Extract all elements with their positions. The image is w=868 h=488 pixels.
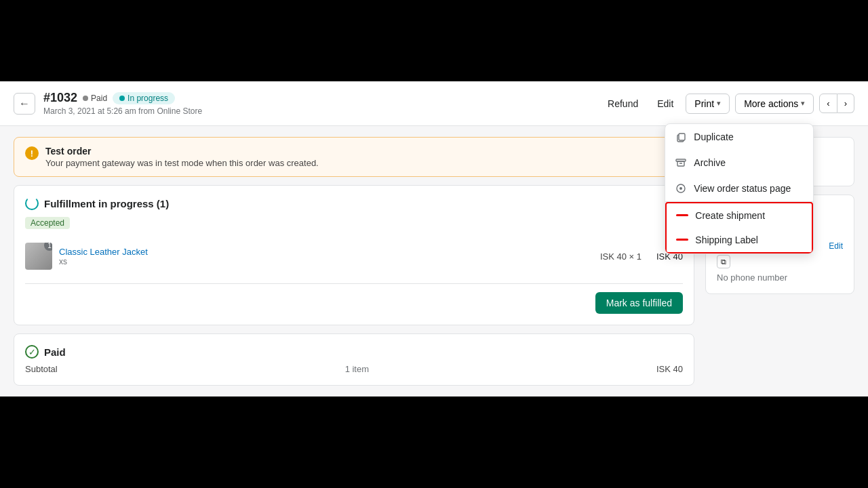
nav-arrows: ‹ › — [819, 94, 854, 113]
create-shipment-icon — [676, 214, 688, 216]
more-actions-chevron-icon: ▾ — [801, 99, 805, 108]
product-price: ISK 40 × 1 — [600, 251, 642, 262]
mark-as-fulfilled-button[interactable]: Mark as fulfilled — [595, 292, 683, 314]
view-order-status-menu-item[interactable]: View order status page — [665, 176, 813, 201]
print-label: Print — [694, 98, 714, 109]
contact-edit-button[interactable]: Edit — [829, 241, 843, 251]
create-shipment-menu-item[interactable]: Create shipment — [667, 203, 812, 228]
refund-button[interactable]: Refund — [601, 94, 645, 113]
alert-icon: ! — [25, 146, 39, 160]
more-actions-button[interactable]: More actions ▾ — [735, 94, 814, 114]
product-row: 1 Classic Leather Jacket xs ISK 40 × 1 I… — [25, 237, 683, 275]
view-order-status-icon — [675, 182, 687, 195]
more-actions-label: More actions — [744, 98, 798, 109]
next-order-button[interactable]: › — [837, 94, 854, 113]
fulfillment-card: Fulfillment in progress (1) Accepted 1 C… — [14, 185, 694, 325]
paid-card-header: ✓ Paid — [25, 345, 683, 359]
product-name[interactable]: Classic Leather Jacket — [59, 247, 593, 257]
paid-card: ✓ Paid Subtotal 1 item ISK 40 — [14, 333, 694, 386]
archive-icon — [675, 157, 687, 169]
archive-label: Archive — [694, 157, 726, 168]
main-column: ! Test order Your payment gateway was in… — [14, 137, 694, 386]
paid-check-icon: ✓ — [25, 345, 39, 359]
contact-icons: ⧉ — [717, 255, 843, 268]
fulfillment-title: Fulfillment in progress (1) — [44, 198, 169, 209]
create-shipment-label: Create shipment — [695, 210, 765, 221]
subtotal-amount: ISK 40 — [656, 364, 683, 374]
order-title-group: #1032 Paid In progress March 3, 2021 at … — [43, 91, 202, 116]
paid-dot — [83, 96, 88, 101]
test-order-alert: ! Test order Your payment gateway was in… — [14, 137, 694, 177]
duplicate-icon — [675, 131, 687, 143]
svg-point-6 — [679, 187, 682, 190]
paid-label: Paid — [91, 94, 107, 103]
paid-badge: Paid — [83, 94, 107, 103]
more-actions-container: More actions ▾ Duplicate — [735, 94, 814, 114]
accepted-badge: Accepted — [25, 217, 70, 229]
product-variant: xs — [59, 257, 593, 266]
svg-rect-1 — [679, 134, 685, 140]
alert-content: Test order Your payment gateway was in t… — [45, 146, 319, 168]
no-phone-label: No phone number — [717, 272, 843, 283]
print-button[interactable]: Print ▾ — [686, 94, 730, 114]
back-button[interactable]: ← — [14, 93, 35, 115]
subtotal-items: 1 item — [345, 364, 369, 374]
print-chevron-icon: ▾ — [717, 99, 721, 108]
alert-title: Test order — [45, 146, 319, 157]
in-progress-badge: In progress — [113, 92, 175, 104]
fulfillment-card-header: Fulfillment in progress (1) — [25, 197, 683, 210]
product-image: 1 — [25, 243, 52, 270]
order-number: #1032 — [43, 91, 77, 105]
order-date: March 3, 2021 at 5:26 am from Online Sto… — [43, 106, 202, 116]
shipping-label-label: Shipping Label — [695, 235, 758, 245]
paid-title: Paid — [44, 346, 66, 358]
archive-menu-item[interactable]: Archive — [665, 150, 813, 176]
shipping-label-icon — [676, 239, 688, 241]
prev-order-button[interactable]: ‹ — [819, 94, 837, 113]
view-order-status-label: View order status page — [694, 183, 791, 194]
subtotal-row: Subtotal 1 item ISK 40 — [25, 359, 683, 374]
duplicate-menu-item[interactable]: Duplicate — [665, 124, 813, 150]
header-actions: Refund Edit Print ▾ More actions ▾ — [601, 94, 854, 114]
mark-fulfilled-row: Mark as fulfilled — [25, 283, 683, 314]
order-header: ← #1032 Paid In progress March 3, 2021 a… — [0, 81, 868, 126]
alert-description: Your payment gateway was in test mode wh… — [45, 158, 319, 168]
highlighted-menu-items: Create shipment Shipping Label — [665, 202, 813, 253]
fulfillment-spinner-icon — [25, 197, 39, 210]
subtotal-label: Subtotal — [25, 364, 58, 374]
edit-button[interactable]: Edit — [650, 94, 680, 113]
shipping-label-menu-item[interactable]: Shipping Label — [667, 228, 812, 252]
product-details: Classic Leather Jacket xs — [59, 247, 593, 266]
more-actions-dropdown: Duplicate Archive — [665, 123, 814, 254]
copy-icon[interactable]: ⧉ — [717, 255, 730, 268]
duplicate-label: Duplicate — [694, 131, 733, 142]
